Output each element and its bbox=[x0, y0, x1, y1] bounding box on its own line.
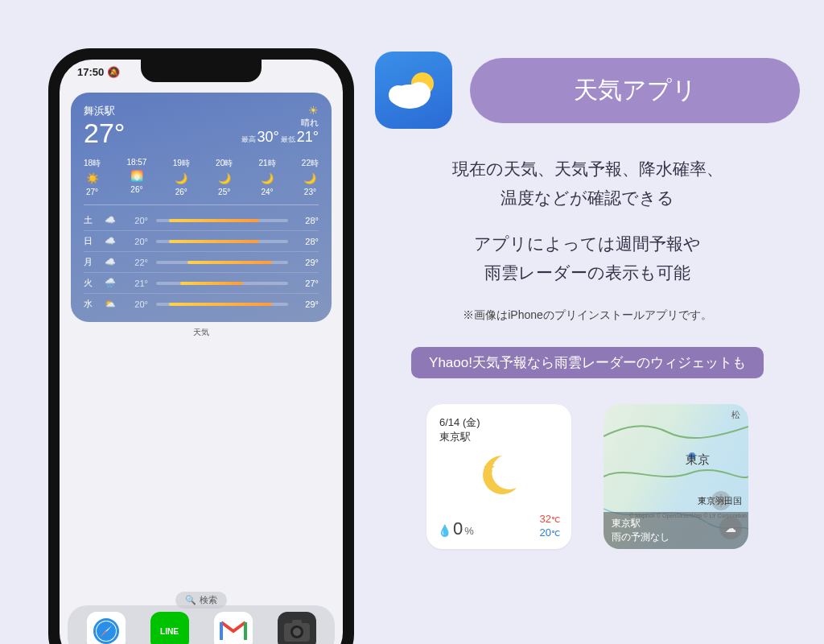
hourly-col: 19時🌙26° bbox=[173, 158, 190, 196]
phone-screen: 17:50 🔕 ıı ⌔ 85 舞浜駅 27° ☀︎ 晴れ 最高 bbox=[60, 60, 343, 644]
sub-banner: Yhaoo!天気予報なら雨雲レーダーのウィジェットも bbox=[411, 347, 764, 378]
radar-toggle-button[interactable]: ☁ bbox=[719, 517, 742, 539]
weather-widget[interactable]: 舞浜駅 27° ☀︎ 晴れ 最高 30° 最低 21° 18時☀️27°18:5… bbox=[71, 93, 332, 322]
y1-pop: 💧 0 % bbox=[438, 518, 474, 539]
phone-frame: 17:50 🔕 ıı ⌔ 85 舞浜駅 27° ☀︎ 晴れ 最高 bbox=[48, 48, 354, 644]
info-panel: 天気アプリ 現在の天気、天気予報、降水確率、温度などが確認できる アプリによって… bbox=[375, 52, 800, 549]
daily-row: 土☁️20°28° bbox=[84, 210, 319, 231]
footnote: ※画像はiPhoneのプリインストールアプリです。 bbox=[375, 308, 800, 323]
hourly-col: 18時☀️27° bbox=[84, 158, 101, 196]
status-time: 17:50 bbox=[77, 66, 104, 78]
daily-row: 火🌧️21°27° bbox=[84, 273, 319, 294]
widget-condition: 晴れ bbox=[241, 117, 319, 129]
widget-current-temp: 27° bbox=[84, 118, 125, 148]
hourly-col: 18:57🌅26° bbox=[126, 158, 146, 196]
dock-app-camera[interactable] bbox=[278, 612, 316, 644]
phone-notch bbox=[141, 60, 262, 82]
map-label-haneda: 東京羽田国 bbox=[698, 495, 742, 507]
droplet-icon: 💧 bbox=[438, 524, 451, 537]
svg-point-12 bbox=[408, 82, 431, 105]
yahoo-radar-widget[interactable]: 東京 東京羽田国 © Mapbox © OpenStreetMap © LY C… bbox=[604, 404, 748, 549]
weather-app-icon bbox=[375, 52, 452, 129]
hourly-col: 22時🌙23° bbox=[302, 158, 319, 196]
y1-date: 6/14 (金) bbox=[439, 415, 558, 430]
map-label-matsu: 松 bbox=[731, 409, 740, 421]
daily-forecast: 土☁️20°28°日☁️20°28°月☁️22°29°火🌧️21°27°水⛅20… bbox=[84, 210, 319, 314]
y1-station: 東京駅 bbox=[439, 430, 558, 444]
sun-icon: ☀︎ bbox=[241, 104, 319, 117]
search-icon: 🔍 bbox=[185, 595, 196, 605]
silent-icon: 🔕 bbox=[107, 66, 120, 78]
hourly-col: 21時🌙24° bbox=[258, 158, 275, 196]
svg-rect-6 bbox=[292, 620, 302, 625]
widget-lo: 21° bbox=[297, 129, 319, 146]
dock-app-line[interactable]: LINE bbox=[150, 612, 189, 644]
widget-hi: 30° bbox=[258, 129, 279, 146]
hourly-col: 20時🌙25° bbox=[216, 158, 233, 196]
y1-temps: 32℃ 20℃ bbox=[540, 513, 560, 539]
dock-app-safari[interactable] bbox=[87, 612, 126, 644]
widget-label: 天気 bbox=[60, 327, 343, 338]
daily-row: 水⛅20°29° bbox=[84, 294, 319, 314]
widget-location: 舞浜駅 bbox=[84, 104, 125, 118]
daily-row: 日☁️20°28° bbox=[84, 231, 319, 252]
dock: LINE bbox=[68, 605, 335, 644]
description: 現在の天気、天気予報、降水確率、温度などが確認できる アプリによっては週間予報や… bbox=[375, 155, 800, 287]
hourly-forecast: 18時☀️27°18:57🌅26°19時🌙26°20時🌙25°21時🌙24°22… bbox=[84, 158, 319, 205]
svg-point-8 bbox=[293, 628, 301, 636]
dock-app-gmail[interactable] bbox=[214, 612, 253, 644]
yahoo-forecast-widget[interactable]: 6/14 (金) 東京駅 💧 0 % 32℃ 20℃ bbox=[426, 404, 571, 549]
map-label-tokyo: 東京 bbox=[686, 452, 710, 468]
moon-icon bbox=[476, 451, 521, 496]
daily-row: 月☁️22°29° bbox=[84, 252, 319, 273]
page-title: 天気アプリ bbox=[470, 58, 800, 123]
svg-point-11 bbox=[389, 85, 408, 105]
